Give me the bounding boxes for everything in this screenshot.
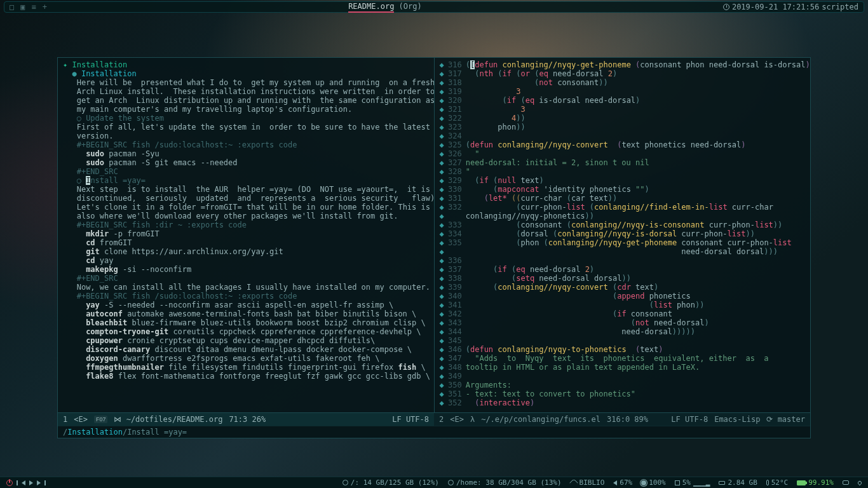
code-line[interactable]: makepkg -si --noconfirm [63,265,433,274]
code-line[interactable]: #+BEGIN_SRC fish /sudo:localhost:~ :expo… [63,140,433,149]
code-line[interactable]: ◆349 [440,372,810,381]
code-line[interactable]: Here will be presented what I do to get … [63,78,433,87]
code-line[interactable]: doxygen dwarffortress e2fsprogs emacs ex… [63,354,433,363]
brightness[interactable]: 100% [641,478,666,487]
discord-icon[interactable] [843,480,849,485]
wifi[interactable]: BIBLIO [571,478,605,487]
code-line[interactable]: version. [63,132,433,140]
code-line[interactable]: flake8 flex font-mathematica fontforge f… [63,372,433,381]
code-line[interactable]: ◆322 4)) [440,114,810,123]
code-line[interactable]: ✦ Installation [63,60,433,69]
code-line[interactable]: ◆335 (phon (conlanging//nyqy-get-phoneme… [440,238,810,247]
code-line[interactable]: ◆341 (list phon)) [440,301,810,309]
code-line[interactable]: compton-tryone-git coreutils cppcheck cp… [63,327,433,336]
code-line[interactable]: #+END_SRC [63,167,433,176]
code-line[interactable]: sudo pacman -S git emacs --needed [63,158,433,167]
modeline-left[interactable]: 1 <E> F07 ⋈ ~/dotfiles/README.org 71:3 2… [58,412,434,426]
code-line[interactable]: ◆318 (not consonant)) [440,78,810,87]
code-line[interactable]: yay -S --needed --noconfirm asar ascii a… [63,301,433,309]
code-line[interactable]: ◆conlanging//nyqy-phonetics)) [440,212,810,220]
prev-icon[interactable] [22,480,25,485]
code-line[interactable]: cd yay [63,256,433,265]
code-line[interactable]: Let's clone it in a folder =fromGIT= tha… [63,203,433,212]
code-line[interactable]: Arch Linux install. These installation i… [63,87,433,96]
location-icon[interactable] [857,480,862,485]
modeline-right[interactable]: 2 <E> λ ~/.e/p/conlanging/funcs.el 316:0… [434,412,810,426]
code-line[interactable]: ◆351- text: text to convert to phonetics… [440,390,810,398]
code-line[interactable]: ○ Install =yay= [63,176,433,185]
code-line[interactable]: cpupower cronie cryptsetup cups device-m… [63,336,433,345]
code-line[interactable]: ◆325(defun conlanging//nyqy-convert (tex… [440,140,810,149]
code-line[interactable]: ◆328" [440,167,810,176]
code-line[interactable]: ◆347 "Adds to Nyqy text its phonetics eq… [440,354,810,363]
code-line[interactable]: ◆317 (nth (if (or (eq need-dorsal 2) [440,69,810,78]
code-line[interactable]: ◆339 (conlanging//nyqy-convert (cdr text… [440,283,810,292]
code-line[interactable]: ◆330 (mapconcat 'identity phonetics "") [440,185,810,194]
code-line[interactable]: ◆ need-dorsal dorsal))) [440,247,810,256]
code-line[interactable]: ◆345 [440,336,810,345]
org-buffer[interactable]: ✦ Installation ● Installation Here will … [58,58,435,412]
code-line[interactable]: ◆321 3 [440,105,810,114]
code-line[interactable]: ◆334 (dorsal (conlanging//nyqy-is-dorsal… [440,229,810,238]
code-line[interactable]: ◆342 (if consonant [440,309,810,318]
code-line[interactable]: Next step is to install the AUR helper =… [63,185,433,194]
code-line[interactable]: sudo pacman -Syu [63,149,433,158]
code-line[interactable]: ◆324 [440,132,810,140]
elisp-buffer[interactable]: ◆316([defun conlanging//nyqy-get-phoneme… [435,58,811,412]
code-line[interactable]: also where we'll download every other pa… [63,212,433,220]
code-line[interactable]: ◆326 " [440,149,810,158]
code-line[interactable]: #+END_SRC [63,274,433,283]
power-icon[interactable] [6,480,13,486]
code-line[interactable]: ◆320 (if (eq is-dorsal need-dorsal) [440,96,810,105]
code-line[interactable]: ◆336 [440,256,810,265]
workspace-1[interactable]: □ [10,3,14,11]
disk-icon [342,480,348,485]
code-line[interactable]: cd fromGIT [63,238,433,247]
code-line[interactable]: ◆327need-dorsal: initial = 2, sinon t ou… [440,158,810,167]
code-line[interactable]: ffmpegthumbnailer file filesystem findut… [63,363,433,372]
code-line[interactable]: Now, we can install all the packages I u… [63,283,433,292]
battery-icon [797,480,806,485]
code-line[interactable]: ◆338 (setq need-dorsal dorsal)) [440,274,810,283]
code-line[interactable]: ◆332 (curr-phon-list (conlanging//find-e… [440,203,810,212]
code-line[interactable]: ● Installation [63,69,433,78]
workspace-2[interactable]: ▣ [20,3,25,11]
code-line[interactable]: ◆346(defun conlanging/nyqy-to-phonetics … [440,345,810,354]
code-line[interactable]: ◆352 (interactive) [440,398,810,407]
code-line[interactable]: mkdir -p fromGIT [63,229,433,238]
ram-icon [719,481,725,485]
code-line[interactable]: my main computer's and my travelling lap… [63,105,433,114]
code-line[interactable]: git clone https://aur.archlinux.org/yay.… [63,247,433,256]
code-line[interactable]: ◆331 (let* ((curr-char (car text)) [440,194,810,203]
code-line[interactable]: ◆333 (consonant (conlanging//nyqy-is-con… [440,220,810,229]
code-line[interactable]: ◆348tooltip in HTML or as plain text app… [440,363,810,372]
next-icon[interactable] [37,480,41,485]
code-line[interactable]: get an Arch Linux distribution up and ru… [63,96,433,105]
code-line[interactable]: ◆343 (not need-dorsal) [440,318,810,327]
code-line[interactable]: ◆319 3 [440,87,810,96]
play-icon[interactable] [29,480,33,485]
code-line[interactable]: ◆350Arguments: [440,381,810,390]
code-line[interactable]: #+BEGIN_SRC fish :dir ~ :exports code [63,220,433,229]
window-title: README.org (Org) [47,2,723,13]
code-line[interactable]: bleachbit bluez-firmware bluez-utils boo… [63,318,433,327]
code-line[interactable]: ◆344 need-dorsal))))) [440,327,810,336]
code-line[interactable]: ◆323 phon)) [440,123,810,132]
code-line[interactable]: ◆329 (if (null text) [440,176,810,185]
code-line[interactable]: autoconf automake awesome-terminal-fonts… [63,309,433,318]
workspace-switcher[interactable]: □ ▣ ≡ + [10,3,47,11]
media-controls[interactable] [22,480,41,485]
code-line[interactable]: ◆337 (if (eq need-dorsal 2) [440,265,810,274]
workspace-add[interactable]: + [43,3,47,11]
cursor-position: 316:0 89% [607,415,648,424]
ram: 2.84 GB [719,478,757,487]
workspace-3[interactable]: ≡ [31,3,36,11]
code-line[interactable]: ◆340 (append phonetics [440,292,810,301]
volume[interactable]: 67% [613,478,632,487]
code-line[interactable]: discord-canary discount ditaa dmenu dmen… [63,345,433,354]
code-line[interactable]: ○ Update the system [63,114,433,123]
code-line[interactable]: discontinued, seriously updated and repr… [63,194,433,203]
code-line[interactable]: #+BEGIN_SRC fish /sudo:localhost:~ :expo… [63,292,433,301]
code-line[interactable]: ◆316([defun conlanging//nyqy-get-phoneme… [440,60,810,69]
code-line[interactable]: First of all, let's update the system in… [63,123,433,132]
